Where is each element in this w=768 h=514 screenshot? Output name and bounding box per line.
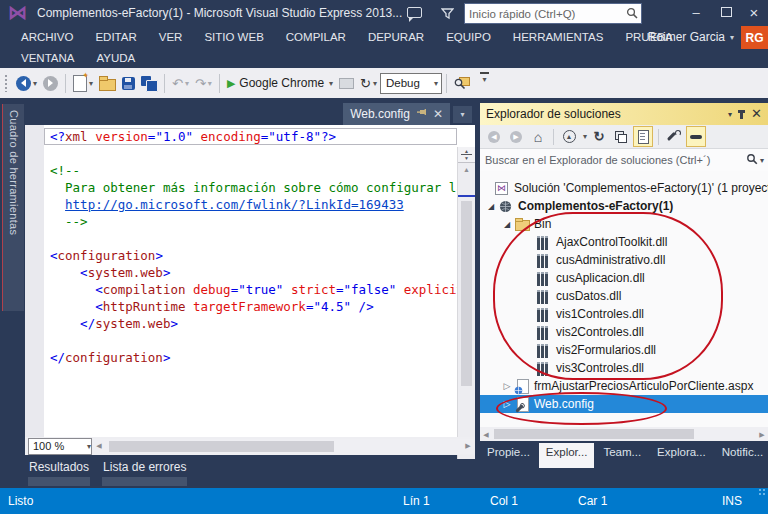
menu-item-compilar[interactable]: COMPILAR: [275, 31, 357, 43]
maximize-button[interactable]: [714, 2, 738, 22]
tree-item-vis2controles-dll[interactable]: vis2Controles.dll: [480, 323, 768, 341]
panel-tab-propie[interactable]: Propie...: [480, 443, 537, 468]
close-icon[interactable]: ✕: [751, 108, 762, 120]
navigate-back-button[interactable]: ▾: [13, 72, 40, 94]
code-line-14[interactable]: </configuration>: [44, 349, 457, 366]
toolbar-grip-handle[interactable]: [4, 74, 9, 92]
user-account-menu[interactable]: Roimer Garcia ▾: [648, 26, 734, 48]
scroll-right-button[interactable]: ▶: [462, 439, 474, 454]
code-line-2[interactable]: [44, 145, 457, 162]
scroll-left-button[interactable]: ◀: [93, 439, 105, 454]
code-editor[interactable]: <?xml version="1.0" encoding="utf-8"?><!…: [25, 125, 475, 437]
code-line-4[interactable]: Para obtener más información sobre cómo …: [44, 179, 457, 196]
panel-tab-team[interactable]: Team...: [596, 443, 648, 468]
open-file-button[interactable]: [96, 72, 119, 94]
notifications-filter-icon[interactable]: [441, 6, 454, 24]
tree-item-cusdatos-dll[interactable]: cusDatos.dll: [480, 287, 768, 305]
panel-tab-explor[interactable]: Explor...: [539, 443, 595, 468]
splitter-handle[interactable]: ▲ ▼: [458, 147, 475, 163]
refresh-button[interactable]: ↻▾: [357, 72, 380, 94]
preview-selected-items-button[interactable]: [686, 126, 706, 147]
menu-item-sitio-web[interactable]: SITIO WEB: [193, 31, 274, 43]
resize-grip[interactable]: [758, 488, 766, 496]
code-line-10[interactable]: <compilation debug="true" strict="false"…: [44, 281, 457, 298]
menu-item-depurar[interactable]: DEPURAR: [357, 31, 435, 43]
menu-item-archivo[interactable]: ARCHIVO: [10, 31, 84, 43]
code-line-6[interactable]: -->: [44, 213, 457, 230]
collapse-all-button[interactable]: ▲: [559, 126, 579, 147]
se-home-button[interactable]: ⌂: [528, 126, 548, 147]
panel-tab-notific[interactable]: Notific...: [715, 443, 768, 468]
quick-launch-box[interactable]: [464, 3, 642, 24]
navigate-forward-button[interactable]: [40, 72, 61, 94]
redo-button[interactable]: ↷▾: [192, 72, 215, 94]
tree-item-complementos-efactory-1[interactable]: ◢Complementos-eFactory(1): [480, 197, 768, 215]
code-line-11[interactable]: <httpRuntime targetFramework="4.5" />: [44, 298, 457, 315]
collapsed-arrow-icon[interactable]: ▷: [500, 381, 514, 391]
user-avatar-badge[interactable]: RG: [741, 26, 768, 49]
show-all-files-button[interactable]: [633, 126, 653, 147]
se-back-button[interactable]: ◀: [484, 126, 504, 147]
code-line-13[interactable]: [44, 332, 457, 349]
panel-tab-explora[interactable]: Explora...: [650, 443, 713, 468]
start-debug-button[interactable]: ▶ Google Chrome ▾: [224, 72, 336, 94]
expanded-arrow-icon[interactable]: ◢: [484, 202, 498, 211]
menu-item-editar[interactable]: EDITAR: [84, 31, 147, 43]
scroll-left-button[interactable]: ◀: [480, 427, 492, 442]
new-item-button[interactable]: ▾: [70, 72, 96, 94]
save-button[interactable]: [119, 72, 138, 94]
tab-list-dropdown-button[interactable]: ▾: [453, 106, 472, 123]
menu-item-ventana[interactable]: VENTANA: [10, 52, 85, 64]
find-in-files-button[interactable]: [451, 72, 473, 94]
scroll-up-button[interactable]: ▲: [458, 163, 475, 176]
minimize-button[interactable]: –: [684, 2, 708, 22]
tree-item-vis3controles-dll[interactable]: vis3Controles.dll: [480, 359, 768, 377]
menu-item-ayuda[interactable]: AYUDA: [85, 52, 146, 64]
code-line-8[interactable]: <configuration>: [44, 247, 457, 264]
editor-zoom-select[interactable]: 100 % ▾: [28, 438, 92, 455]
code-line-3[interactable]: <!--: [44, 162, 457, 179]
undo-button[interactable]: ↶▾: [169, 72, 192, 94]
properties-button[interactable]: [611, 126, 631, 147]
output-tab-resultados[interactable]: Resultados: [28, 460, 90, 486]
se-horizontal-scrollbar[interactable]: ◀ ▶: [480, 427, 768, 441]
pin-icon[interactable]: [740, 110, 743, 119]
menu-item-ver[interactable]: VER: [148, 31, 194, 43]
tree-item-ajaxcontroltoolkit-dll[interactable]: AjaxControlToolkit.dll: [480, 233, 768, 251]
solution-search-input[interactable]: [480, 153, 744, 167]
tree-item-frmajustarpreciosarticuloporcliente-aspx[interactable]: ▷frmAjustarPreciosArticuloPorCliente.asp…: [480, 377, 768, 395]
quick-launch-input[interactable]: [465, 8, 626, 20]
scroll-right-button[interactable]: ▶: [756, 427, 768, 442]
horizontal-scrollbar-thumb[interactable]: [109, 441, 334, 452]
code-line-9[interactable]: <system.web>: [44, 264, 457, 281]
code-line-5[interactable]: http://go.microsoft.com/fwlink/?LinkId=1…: [44, 196, 457, 213]
window-position-icon[interactable]: ▾: [728, 110, 732, 119]
output-tab-lista-de-errores[interactable]: Lista de errores: [102, 460, 187, 486]
tree-item-vis2formularios-dll[interactable]: vis2Formularios.dll: [480, 341, 768, 359]
code-line-12[interactable]: </system.web>: [44, 315, 457, 332]
editor-tab-webconfig[interactable]: Web.config ✕: [343, 103, 450, 125]
attach-to-process-button[interactable]: [336, 72, 357, 94]
solution-configuration-select[interactable]: Debug ▾: [380, 73, 442, 94]
toolbox-side-tab[interactable]: Cuadro de herramientas: [2, 104, 24, 311]
toolbar-overflow-button[interactable]: ▾: [477, 72, 492, 94]
feedback-bubble-icon[interactable]: [407, 7, 422, 18]
tree-item-cusadministrativo-dll[interactable]: cusAdministrativo.dll: [480, 251, 768, 269]
close-button[interactable]: ×: [742, 2, 766, 22]
code-line-7[interactable]: [44, 230, 457, 247]
save-all-button[interactable]: [138, 72, 160, 94]
horizontal-scrollbar-thumb[interactable]: [494, 429, 694, 439]
tree-item-soluci-n-complementos-efactory-1-1-proyecto[interactable]: ⋈Solución 'Complementos-eFactory(1)' (1 …: [480, 179, 768, 197]
close-icon[interactable]: ✕: [433, 108, 443, 120]
menu-item-herramientas[interactable]: HERRAMIENTAS: [502, 31, 615, 43]
settings-button[interactable]: [664, 126, 684, 147]
vertical-scrollbar-thumb[interactable]: [461, 201, 472, 386]
solution-explorer-header[interactable]: Explorador de soluciones ▾ ✕: [480, 103, 768, 125]
tree-item-web-config[interactable]: ▷Web.config: [480, 395, 768, 413]
editor-horizontal-scrollbar[interactable]: ◀ ▶: [93, 439, 474, 454]
editor-vertical-scrollbar[interactable]: ▲ ▼ ▲ ▼: [457, 147, 475, 459]
se-forward-button[interactable]: ▶: [506, 126, 526, 147]
tree-item-vis1controles-dll[interactable]: vis1Controles.dll: [480, 305, 768, 323]
solution-search-box[interactable]: ▾: [480, 149, 768, 172]
tree-item-cusaplicacion-dll[interactable]: cusAplicacion.dll: [480, 269, 768, 287]
